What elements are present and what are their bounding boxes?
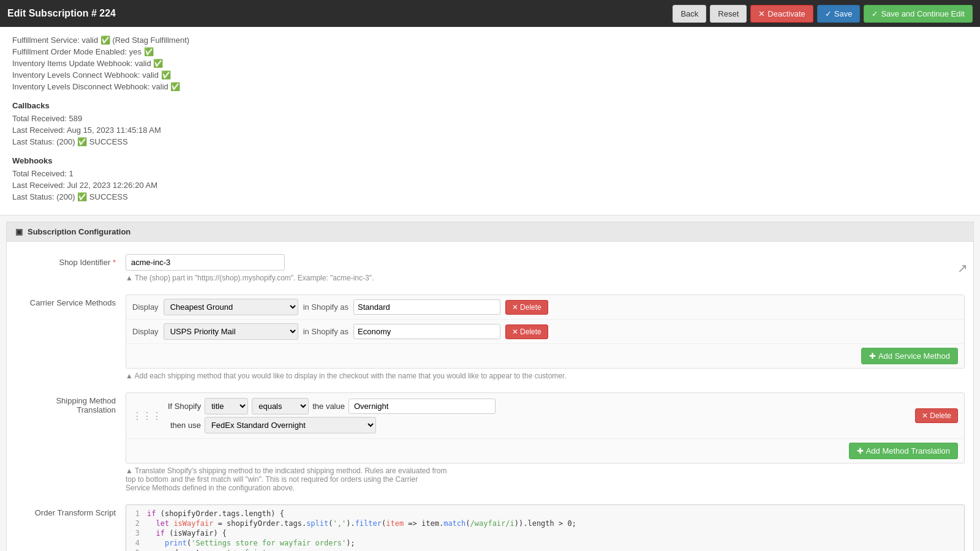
shop-identifier-content: ▲ The (shop) part in "https://(shop).mys… (126, 254, 965, 282)
x-icon-carrier-1: ✕ (512, 303, 518, 312)
webhooks-last-status: Last Status: (200) ✅ SUCCESS (12, 191, 968, 203)
inventory-update-row: Inventory Items Update Webhook: valid ✅ (12, 58, 968, 69)
code-line-1: 1 if (shopifyOrder.tags.length) { (126, 509, 964, 519)
inventory-connect-row: Inventory Levels Connect Webhook: valid … (12, 69, 968, 81)
order-mode-row: Fulfillment Order Mode Enabled: yes ✅ (12, 46, 968, 58)
x-icon-translation: ✕ (922, 411, 928, 420)
webhooks-last-received: Last Received: Jul 22, 2023 12:26:20 AM (12, 179, 968, 191)
plus-icon-service: ✚ (869, 351, 876, 361)
config-section: ▣ Subscription Configuration Shop Identi… (6, 222, 974, 551)
display-label-2: Display (132, 327, 159, 336)
deactivate-button[interactable]: ✕ Deactivate (750, 5, 813, 23)
shop-identifier-row: Shop Identifier * ▲ The (shop) part in "… (15, 254, 965, 282)
if-shopify-label: If Shopify (168, 402, 201, 411)
plus-icon-translation: ✚ (857, 446, 864, 455)
carrier-hint: ▲ Add each shipping method that you woul… (126, 372, 965, 380)
add-translation-button[interactable]: ✚ Add Method Translation (849, 443, 958, 459)
callbacks-last-received: Last Received: Aug 15, 2023 11:45:18 AM (12, 124, 968, 136)
carrier-box: Display Cheapest Ground USPS Priority Ma… (126, 294, 965, 369)
save-button[interactable]: ✓ Save (817, 5, 861, 23)
info-section: Fulfillment Service: valid ✅ (Red Stag F… (0, 27, 980, 216)
hint-triangle-carrier: ▲ (126, 372, 133, 380)
translation-box: ⋮⋮⋮ If Shopify title carrier code (126, 392, 965, 463)
callbacks-heading: Callbacks (12, 101, 968, 110)
translation-rule-1: ⋮⋮⋮ If Shopify title carrier code (126, 393, 964, 439)
carrier-service-methods-content: Display Cheapest Ground USPS Priority Ma… (126, 294, 965, 380)
carrier-delete-btn-1[interactable]: ✕ Delete (505, 300, 548, 315)
order-transform-script-row: Order Transform Script 1 if (shopifyOrde… (15, 504, 965, 551)
shipping-method-translation-content: ⋮⋮⋮ If Shopify title carrier code (126, 392, 965, 492)
save-continue-button[interactable]: ✓ Save and Continue Edit (864, 5, 973, 23)
inventory-disconnect-row: Inventory Levels Disconnect Webhook: val… (12, 81, 968, 92)
shipping-method-translation-label: Shipping Method Translation (15, 392, 126, 414)
check-icon-2: ✓ (872, 9, 878, 18)
carrier-shopify-input-1[interactable] (353, 299, 500, 315)
carrier-display-select-1[interactable]: Cheapest Ground USPS Priority Mail FedEx… (164, 299, 298, 315)
code-line-5: 5 order.store = 'wayfair'; (126, 548, 964, 551)
back-button[interactable]: Back (673, 5, 706, 23)
top-bar: Edit Subscription # 224 Back Reset ✕ Dea… (0, 0, 980, 27)
add-translation-row: ✚ Add Method Translation (126, 439, 964, 463)
then-use-select[interactable]: FedEx Standard Overnight Cheapest Ground… (205, 417, 376, 433)
carrier-row-2: Display Cheapest Ground USPS Priority Ma… (126, 320, 964, 344)
order-transform-label: Order Transform Script (15, 504, 126, 517)
field-select[interactable]: title carrier code (205, 398, 248, 414)
in-shopify-label-2: in Shopify as (303, 327, 349, 336)
translation-rule-inner: If Shopify title carrier code equals con… (168, 398, 911, 433)
shipping-method-translation-row: Shipping Method Translation ⋮⋮⋮ If Shopi… (15, 392, 965, 492)
hint-triangle-translation: ▲ (126, 467, 133, 475)
x-icon: ✕ (758, 9, 765, 18)
carrier-display-select-2[interactable]: Cheapest Ground USPS Priority Mail FedEx… (164, 323, 298, 340)
required-marker: * (113, 258, 116, 267)
check-icon: ✓ (825, 9, 832, 18)
config-icon: ▣ (15, 227, 23, 236)
shop-identifier-input[interactable] (126, 254, 285, 271)
the-value-label: the value (312, 402, 345, 411)
callbacks-last-status: Last Status: (200) ✅ SUCCESS (12, 136, 968, 148)
translation-line2: then use FedEx Standard Overnight Cheape… (168, 417, 911, 433)
webhooks-heading: Webhooks (12, 156, 968, 165)
reset-button[interactable]: Reset (710, 5, 747, 23)
then-use-label: then use (170, 421, 201, 430)
carrier-row-1: Display Cheapest Ground USPS Priority Ma… (126, 295, 964, 320)
carrier-delete-btn-2[interactable]: ✕ Delete (505, 324, 548, 339)
order-transform-content: 1 if (shopifyOrder.tags.length) { 2 let … (126, 504, 965, 551)
carrier-service-methods-row: Carrier Service Methods Display Cheapest… (15, 294, 965, 380)
webhooks-total: Total Received: 1 (12, 168, 968, 179)
shop-identifier-hint: ▲ The (shop) part in "https://(shop).mys… (126, 274, 965, 282)
fulfillment-service-row: Fulfillment Service: valid ✅ (Red Stag F… (12, 34, 968, 46)
in-shopify-label-1: in Shopify as (303, 302, 349, 312)
config-section-header: ▣ Subscription Configuration (7, 222, 973, 242)
x-icon-carrier-2: ✕ (512, 328, 518, 336)
top-bar-actions: Back Reset ✕ Deactivate ✓ Save ✓ Save an… (673, 5, 973, 23)
shop-identifier-label: Shop Identifier * (15, 254, 126, 267)
code-line-3: 3 if (isWayfair) { (126, 528, 964, 538)
drag-handle[interactable]: ⋮⋮⋮ (132, 410, 162, 422)
code-line-2: 2 let isWayfair = shopifyOrder.tags.spli… (126, 519, 964, 528)
carrier-service-methods-label: Carrier Service Methods (15, 294, 126, 307)
page-title: Edit Subscription # 224 (7, 8, 116, 19)
display-label-1: Display (132, 302, 159, 312)
operator-select[interactable]: equals contains starts with (252, 398, 309, 414)
config-section-body: Shop Identifier * ▲ The (shop) part in "… (7, 242, 973, 551)
code-editor[interactable]: 1 if (shopifyOrder.tags.length) { 2 let … (126, 504, 965, 551)
add-service-method-button[interactable]: ✚ Add Service Method (861, 348, 958, 364)
translation-hint: ▲ Translate Shopify's shipping method to… (126, 467, 965, 492)
callbacks-total: Total Received: 589 (12, 113, 968, 124)
add-service-method-row: ✚ Add Service Method (126, 344, 964, 368)
translation-line1: If Shopify title carrier code equals con… (168, 398, 911, 414)
carrier-shopify-input-2[interactable] (353, 324, 500, 339)
the-value-input[interactable] (349, 399, 496, 414)
translation-delete-btn-1[interactable]: ✕ Delete (915, 408, 958, 423)
code-line-4: 4 print('Settings store for wayfair orde… (126, 538, 964, 548)
